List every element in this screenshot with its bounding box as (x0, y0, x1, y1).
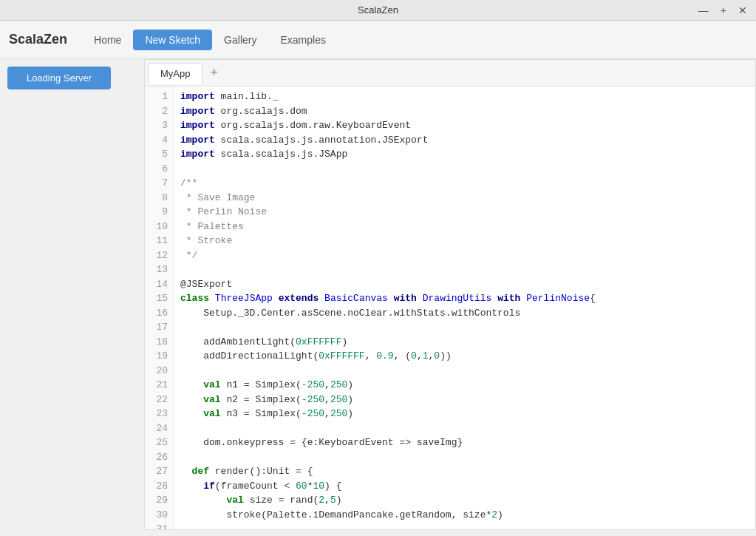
code-editor[interactable]: 12345 678910 1112131415 1617181920 21222… (145, 86, 755, 529)
minimize-button[interactable]: — (695, 5, 712, 16)
nav-home[interactable]: Home (82, 30, 133, 50)
close-button[interactable]: ✕ (735, 5, 750, 16)
app-logo: ScalaZen (9, 32, 67, 47)
tab-myapp[interactable]: MyApp (148, 63, 202, 84)
nav-examples[interactable]: Examples (268, 30, 337, 50)
code-text[interactable]: import main.lib._ import org.scalajs.dom… (174, 86, 755, 529)
title-bar-title: ScalaZen (358, 4, 398, 16)
nav-new-sketch[interactable]: New Sketch (133, 30, 212, 50)
nav-gallery[interactable]: Gallery (212, 30, 268, 50)
menu-bar: ScalaZen Home New Sketch Gallery Example… (0, 21, 756, 59)
sidebar: Loading Server (0, 59, 144, 536)
window-controls: — + ✕ (695, 5, 750, 16)
title-bar: ScalaZen — + ✕ (0, 0, 756, 21)
maximize-button[interactable]: + (718, 5, 729, 16)
line-numbers: 12345 678910 1112131415 1617181920 21222… (145, 86, 174, 529)
editor-area: MyApp + 12345 678910 1112131415 16171819… (144, 59, 756, 530)
loading-server-button[interactable]: Loading Server (7, 67, 111, 89)
tab-add-button[interactable]: + (204, 65, 224, 81)
tab-bar: MyApp + (145, 60, 755, 86)
main-content: Loading Server MyApp + 12345 678910 1112… (0, 59, 756, 536)
